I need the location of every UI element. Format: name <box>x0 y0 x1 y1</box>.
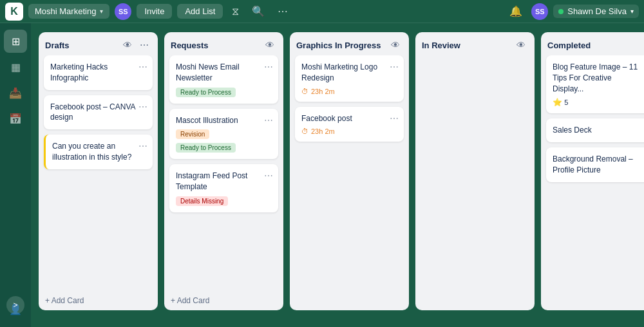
sidebar-item-calendar[interactable]: 📅 <box>4 107 27 130</box>
card-facebook-post-gip[interactable]: ⋯ Facebook post ⏱ 23h 2m <box>295 107 404 142</box>
card-moshi-news[interactable]: ⋯ Moshi News Email Newsletter Ready to P… <box>169 55 278 104</box>
add-card-requests[interactable]: + Add Card <box>164 291 283 310</box>
search-icon[interactable]: 🔍 <box>248 3 269 20</box>
logo-button[interactable]: K <box>5 3 23 21</box>
timer-value-c7: 23h 2m <box>311 88 335 95</box>
column-completed: Completed 👁 ⋯ Blog Feature Image – 11 Ti… <box>541 32 644 310</box>
user-chevron-icon: ▾ <box>630 8 634 15</box>
stars-count-c9: 5 <box>564 98 568 106</box>
tag-ready-c5: Ready to Process <box>176 143 236 153</box>
timer-value-c8: 23h 2m <box>311 127 335 135</box>
card-title-c8: Facebook post <box>301 113 397 124</box>
card-timer-c8: ⏱ 23h 2m <box>301 127 397 135</box>
card-sales-deck[interactable]: ⋯ Sales Deck <box>546 118 644 142</box>
board-area: Drafts 👁 ⋯ ⋯ Marketing Hacks Infographic… <box>31 23 644 319</box>
column-drafts: Drafts 👁 ⋯ ⋯ Marketing Hacks Infographic… <box>39 32 158 310</box>
cards-graphics: ⋯ Moshi Marketing Logo Redesign ⏱ 23h 2m… <box>290 55 409 310</box>
card-menu-c3[interactable]: ⋯ <box>137 140 149 153</box>
sidebar-item-boards[interactable]: ▦ <box>4 55 27 79</box>
column-header-graphics: Graphics In Progress 👁 <box>290 32 409 55</box>
column-header-drafts: Drafts 👁 ⋯ <box>39 32 158 55</box>
column-graphics-in-progress: Graphics In Progress 👁 ⋯ Moshi Marketing… <box>290 32 409 310</box>
card-menu-c1[interactable]: ⋯ <box>137 61 149 73</box>
card-title-c7: Moshi Marketing Logo Redesign <box>301 62 397 84</box>
card-title-c1: Marketing Hacks Infographic <box>50 62 146 84</box>
card-title-c2: Facebook post – CANVA design <box>50 102 146 124</box>
sidebar-expand-button[interactable]: > <box>6 296 24 314</box>
tag-revision-c5: Revision <box>176 129 209 139</box>
column-eye-review[interactable]: 👁 <box>514 39 528 51</box>
card-mascot[interactable]: ⋯ Mascot Illustration Revision Ready to … <box>169 109 278 160</box>
card-instagram-feed[interactable]: ⋯ Instagram Feed Post Template Details M… <box>169 164 278 212</box>
cards-requests: ⋯ Moshi News Email Newsletter Ready to P… <box>164 55 283 288</box>
column-eye-requests[interactable]: 👁 <box>263 39 277 51</box>
online-status-dot <box>558 9 564 14</box>
cards-review <box>415 55 535 310</box>
column-requests: Requests 👁 ⋯ Moshi News Email Newsletter… <box>164 32 283 310</box>
card-title-c6: Instagram Feed Post Template <box>176 171 272 192</box>
sidebar-item-inbox[interactable]: 📥 <box>4 81 27 104</box>
column-in-review: In Review 👁 <box>415 32 535 310</box>
filter-icon[interactable]: ⧖ <box>228 3 243 20</box>
card-illustration-style[interactable]: ⋯ Can you create an illustration in this… <box>44 135 153 169</box>
nav-right: 🔔 SS Shawn De Silva ▾ <box>506 3 639 20</box>
bell-icon[interactable]: 🔔 <box>506 3 526 20</box>
column-title-review: In Review <box>422 41 511 50</box>
card-timer-c7: ⏱ 23h 2m <box>301 88 397 95</box>
more-options-icon[interactable]: ⋯ <box>274 3 292 20</box>
column-title-requests: Requests <box>171 41 260 50</box>
workspace-chevron-icon: ▾ <box>100 8 103 15</box>
user-section[interactable]: Shawn De Silva ▾ <box>553 5 639 18</box>
card-title-c11: Background Removal – Profile Picture <box>553 154 644 176</box>
timer-icon-c7: ⏱ <box>301 88 308 95</box>
column-title-graphics: Graphics In Progress <box>296 41 386 50</box>
column-header-requests: Requests 👁 <box>164 32 283 55</box>
card-menu-c6[interactable]: ⋯ <box>263 169 274 182</box>
card-menu-c5[interactable]: ⋯ <box>263 114 274 127</box>
card-title-c4: Moshi News Email Newsletter <box>176 62 272 84</box>
timer-icon-c8: ⏱ <box>301 127 308 135</box>
card-marketing-hacks[interactable]: ⋯ Marketing Hacks Infographic <box>44 55 153 90</box>
workspace-name: Moshi Marketing <box>35 6 96 16</box>
column-title-completed: Completed <box>547 41 640 50</box>
card-title-c5: Mascot Illustration <box>176 115 272 126</box>
card-stars-c9: ⭐ 5 <box>553 98 644 107</box>
column-more-drafts[interactable]: ⋯ <box>137 39 151 51</box>
cards-drafts: ⋯ Marketing Hacks Infographic ⋯ Facebook… <box>39 55 158 288</box>
cards-completed: ⋯ Blog Feature Image – 11 Tips For Creat… <box>541 55 644 310</box>
column-header-review: In Review 👁 <box>415 32 535 55</box>
card-menu-c4[interactable]: ⋯ <box>263 61 274 73</box>
sidebar-item-home[interactable]: ⊞ <box>4 30 27 53</box>
card-title-c3: Can you create an illustration in this s… <box>52 141 146 163</box>
left-sidebar: ⊞ ▦ 📥 📅 👤 > <box>0 23 31 327</box>
workspace-selector[interactable]: Moshi Marketing ▾ <box>28 4 109 19</box>
add-list-button[interactable]: Add List <box>177 4 223 19</box>
card-background-removal[interactable]: ⋯ Background Removal – Profile Picture <box>546 147 644 182</box>
card-title-c10: Sales Deck <box>553 125 644 136</box>
card-menu-c8[interactable]: ⋯ <box>388 112 400 125</box>
user-avatar: SS <box>531 3 548 20</box>
add-card-drafts[interactable]: + Add Card <box>39 291 158 310</box>
tag-ready-c4: Ready to Process <box>176 88 236 97</box>
tag-details-c6: Details Missing <box>176 196 228 206</box>
user-name: Shawn De Silva <box>567 6 627 16</box>
top-nav: K Moshi Marketing ▾ SS Invite Add List ⧖… <box>0 0 644 23</box>
card-title-c9: Blog Feature Image – 11 Tips For Creativ… <box>553 62 644 94</box>
column-title-drafts: Drafts <box>45 41 118 50</box>
card-menu-c7[interactable]: ⋯ <box>388 61 400 73</box>
card-blog-feature[interactable]: ⋯ Blog Feature Image – 11 Tips For Creat… <box>546 55 644 113</box>
column-eye-graphics[interactable]: 👁 <box>388 39 402 51</box>
card-facebook-canva[interactable]: ⋯ Facebook post – CANVA design <box>44 95 153 130</box>
card-logo-redesign[interactable]: ⋯ Moshi Marketing Logo Redesign ⏱ 23h 2m <box>295 55 404 102</box>
user-avatar-nav: SS <box>115 3 131 20</box>
column-eye-drafts[interactable]: 👁 <box>120 39 135 51</box>
invite-button[interactable]: Invite <box>137 4 172 19</box>
card-menu-c2[interactable]: ⋯ <box>137 100 149 113</box>
column-header-completed: Completed 👁 <box>541 32 644 55</box>
